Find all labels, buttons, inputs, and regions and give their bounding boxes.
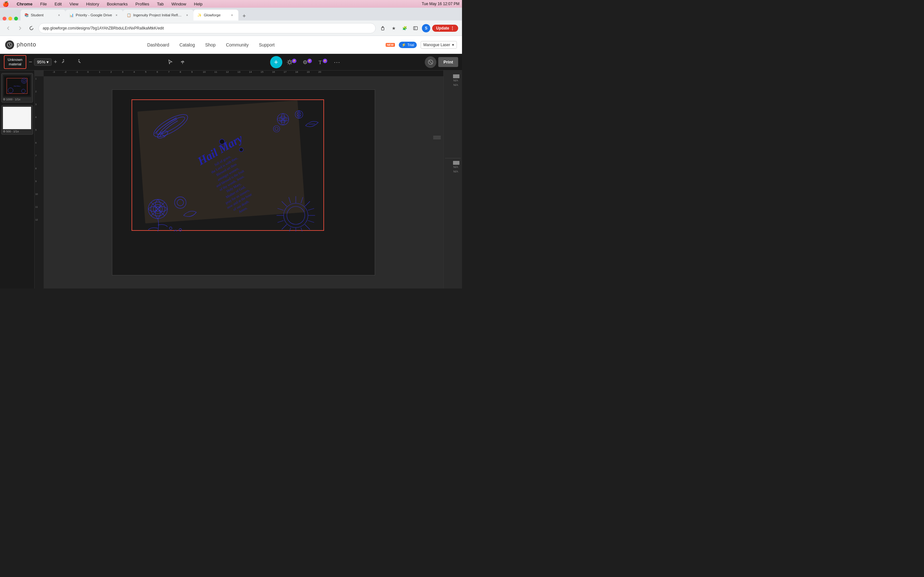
- url-text: app.glowforge.com/designs/7bg1AYAhZBRbdu…: [43, 26, 164, 31]
- tab-favicon-ingenuity: 📋: [127, 13, 131, 17]
- canvas-work[interactable]: Hail Mary full of grace, the Lord is wit…: [44, 76, 443, 288]
- window-minimize[interactable]: [8, 17, 12, 21]
- browser-frame: 📚 Student × 📊 Priority - Google Drive × …: [0, 8, 462, 288]
- window-maximize[interactable]: [14, 17, 18, 21]
- svg-text:Hail Mary: Hail Mary: [14, 85, 21, 87]
- tab-ingenuity[interactable]: 📋 Ingenuity Project Initial Reflect... ×: [123, 10, 194, 21]
- tab-favicon-student: 📚: [24, 13, 29, 17]
- magic-tool[interactable]: ⚡: [300, 57, 313, 67]
- ruler-vertical: 1 2 3 4 5 6 7 8 9 10 11 12: [35, 76, 44, 288]
- sidebar-toggle-icon[interactable]: [411, 24, 420, 33]
- redo-button[interactable]: [73, 57, 83, 67]
- svg-point-4: [288, 61, 291, 63]
- tab-bar: 📚 Student × 📊 Priority - Google Drive × …: [0, 8, 462, 21]
- thumb-text-2: 500 · 1/1x: [6, 130, 19, 133]
- undo-button[interactable]: [60, 57, 70, 67]
- right-panel: N/A N/A N/A N/A: [443, 71, 462, 288]
- laser-selector[interactable]: Manogue Laser ▾: [421, 41, 457, 49]
- right-na-4: N/A: [446, 169, 459, 174]
- new-tab-button[interactable]: +: [240, 11, 249, 21]
- design-canvas[interactable]: Hail Mary full of grace, the Lord is wit…: [132, 99, 324, 231]
- tab-favicon-drive: 📊: [69, 13, 74, 17]
- thumb-icon-1: ⚙: [3, 98, 5, 101]
- menubar-history[interactable]: History: [85, 2, 100, 6]
- disabled-circle: [425, 56, 436, 68]
- zoom-controls: − 95% ▾ +: [29, 58, 57, 66]
- svg-point-70: [220, 139, 225, 144]
- print-button[interactable]: Print: [438, 57, 458, 67]
- header-right: NEW ⚡ Trial Manogue Laser ▾: [386, 41, 457, 49]
- settings-tool[interactable]: ⚡: [285, 57, 298, 67]
- extensions-icon[interactable]: 🧩: [400, 24, 409, 33]
- menubar-edit[interactable]: Edit: [53, 2, 63, 6]
- menubar-chrome[interactable]: Chrome: [15, 2, 34, 6]
- zoom-out-button[interactable]: −: [29, 59, 32, 65]
- apple-icon[interactable]: 🍎: [3, 1, 9, 7]
- menubar-view[interactable]: View: [68, 2, 79, 6]
- thumbnail-label-1: ⚙ 1000 · 1/1x: [3, 98, 31, 101]
- thumb-text-1: 1000 · 1/1x: [6, 98, 21, 101]
- window-close[interactable]: [3, 17, 6, 21]
- nav-community[interactable]: Community: [226, 42, 249, 47]
- menubar-window[interactable]: Window: [170, 2, 187, 6]
- menubar-profiles[interactable]: Profiles: [134, 2, 150, 6]
- tab-student[interactable]: 📚 Student ×: [21, 10, 65, 21]
- logo-icon: [5, 40, 14, 49]
- add-button[interactable]: +: [270, 56, 282, 68]
- tab-label-student: Student: [31, 13, 55, 17]
- tab-close-ingenuity[interactable]: ×: [184, 13, 190, 18]
- tab-favicon-glowforge: ✨: [197, 13, 202, 17]
- nav-catalog[interactable]: Catalog: [179, 42, 195, 47]
- scroll-hint[interactable]: [433, 136, 441, 139]
- menubar-help[interactable]: Help: [193, 2, 204, 6]
- tab-close-glowforge[interactable]: ×: [229, 13, 234, 18]
- material-button[interactable]: Unknownmaterial: [4, 55, 26, 69]
- nav-shop[interactable]: Shop: [205, 42, 216, 47]
- material-label: Unknownmaterial: [8, 58, 23, 66]
- canvas-area[interactable]: -3 -2 -1 0 1 2 3 4 5 6 7 8 9 10: [35, 71, 443, 288]
- zoom-display[interactable]: 95% ▾: [34, 58, 52, 66]
- vector-art: Hail Mary full of grace, the Lord is wit…: [132, 100, 325, 231]
- bookmark-icon[interactable]: ★: [389, 24, 398, 33]
- url-bar[interactable]: app.glowforge.com/designs/7bg1AYAhZBRbdu…: [39, 23, 376, 33]
- toolbar-right: Print: [425, 56, 458, 68]
- tab-drive[interactable]: 📊 Priority - Google Drive ×: [65, 10, 123, 21]
- tab-close-student[interactable]: ×: [57, 13, 61, 18]
- tab-close-drive[interactable]: ×: [114, 13, 119, 18]
- svg-rect-1: [414, 27, 417, 30]
- right-na-1: N/A: [446, 78, 459, 83]
- select-tool[interactable]: [165, 57, 176, 67]
- main-layout: Hail Mary ⚙ 1000 · 1/1x ⚙ 500 · 1/1x: [0, 71, 462, 288]
- menubar-bookmarks[interactable]: Bookmarks: [105, 2, 129, 6]
- tab-label-drive: Priority - Google Drive: [76, 13, 112, 17]
- back-button[interactable]: [4, 24, 13, 33]
- nav-support[interactable]: Support: [259, 42, 275, 47]
- text-tool[interactable]: T ⚡: [316, 57, 328, 67]
- nav-dashboard[interactable]: Dashboard: [147, 42, 170, 47]
- refresh-button[interactable]: [27, 24, 36, 33]
- thumbnail-item-2[interactable]: ⚙ 500 · 1/1x: [1, 105, 33, 135]
- profile-avatar[interactable]: S: [422, 24, 430, 32]
- right-section-1: N/A N/A: [445, 73, 461, 158]
- update-button[interactable]: Update ⋮: [432, 25, 458, 32]
- menubar-file[interactable]: File: [39, 2, 48, 6]
- update-dots: ⋮: [451, 26, 454, 31]
- thumbnail-item-1[interactable]: Hail Mary ⚙ 1000 · 1/1x: [1, 73, 33, 103]
- svg-line-9: [429, 60, 433, 64]
- right-swatch-1: [453, 74, 459, 78]
- more-tools-button[interactable]: ⋯: [331, 57, 342, 67]
- address-bar: app.glowforge.com/designs/7bg1AYAhZBRbdu…: [0, 21, 462, 36]
- forward-button[interactable]: [15, 24, 24, 33]
- menubar-tab[interactable]: Tab: [156, 2, 165, 6]
- thumbnail-img-2: [3, 107, 31, 129]
- tab-glowforge[interactable]: ✨ Glowforge ×: [194, 10, 238, 21]
- laser-dropdown-icon: ▾: [452, 43, 454, 47]
- app-content: phonto Dashboard Catalog Shop Community …: [0, 36, 462, 288]
- toolbar: Unknownmaterial − 95% ▾ +: [0, 54, 462, 71]
- zoom-dropdown-icon: ▾: [47, 60, 49, 64]
- svg-point-71: [239, 148, 243, 152]
- zoom-in-button[interactable]: +: [53, 59, 57, 65]
- share-icon[interactable]: [378, 24, 387, 33]
- tab-label-ingenuity: Ingenuity Project Initial Reflect...: [133, 13, 183, 17]
- pan-tool[interactable]: [178, 57, 188, 67]
